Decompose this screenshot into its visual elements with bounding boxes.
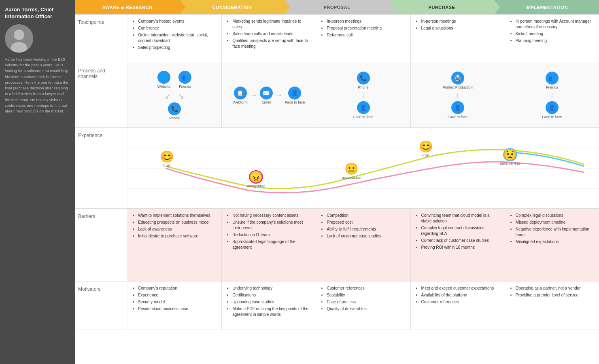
list-item: Want to implement solutions themselves bbox=[138, 213, 217, 218]
emotion-annoyance: 😠 annoyance bbox=[247, 170, 265, 188]
list-item: Current lack of customer case studies bbox=[421, 238, 500, 243]
list-item: Lack of awareness bbox=[138, 226, 217, 232]
emotion-pansiveness: 😟 pansiveness bbox=[500, 148, 520, 165]
list-item: Security model bbox=[138, 299, 217, 305]
channel-face-to-face-c: 👤 Face to face bbox=[285, 87, 305, 104]
touchpoints-cells: Company's hosted events Conference Onlin… bbox=[127, 15, 599, 63]
list-item: Company's hosted events bbox=[138, 19, 217, 24]
list-item: Private cloud business case bbox=[138, 306, 217, 312]
barriers-cells: Want to implement solutions themselves E… bbox=[127, 209, 599, 281]
channel-phone: 📞 Phone bbox=[168, 102, 181, 120]
emotion-trust-aware: 😊 trust bbox=[160, 150, 174, 167]
page: Aaron Torres, Chief Information Officer … bbox=[0, 0, 599, 364]
svg-point-1 bbox=[14, 30, 24, 40]
experience-chart-area: 😊 trust 😠 annoyance 😐 acceptance bbox=[127, 128, 599, 208]
channel-webform: 📋 Webform bbox=[233, 87, 247, 104]
touchpoints-aware: Company's hosted events Conference Onlin… bbox=[127, 15, 222, 63]
emotion-acceptance: 😐 acceptance bbox=[342, 162, 361, 180]
list-item: Reference call bbox=[327, 32, 405, 38]
process-row: Process and channels 🌐 Website 👥 bbox=[75, 63, 599, 128]
list-item: In-person meetings bbox=[421, 19, 500, 24]
channel-email: ✉️ Email bbox=[260, 87, 273, 104]
touchpoints-row: Touchpoints Company's hosted events Conf… bbox=[75, 15, 599, 63]
list-item: Certifications bbox=[232, 292, 311, 298]
process-purchase: 🖨️ Printed Production ↓ 👤 Face to face bbox=[411, 63, 505, 127]
list-item: In-person meetings bbox=[327, 19, 405, 24]
list-item: Lack of customer case studies bbox=[327, 233, 405, 239]
list-item: Reduction in IT team bbox=[232, 232, 311, 238]
emotion-trust-purchase: 😊 trust bbox=[419, 140, 433, 157]
main-content: AWARE & RESEARCH CONSIDERATION PROPOSAL … bbox=[75, 0, 599, 364]
list-item: Quality of deliverables bbox=[327, 306, 405, 312]
barriers-row: Barriers Want to implement solutions the… bbox=[75, 209, 599, 281]
phase-aware: AWARE & RESEARCH bbox=[75, 0, 180, 14]
motivators-label: Motivators bbox=[75, 281, 127, 330]
list-item: Sales team calls and emails leads bbox=[232, 31, 311, 37]
list-item: Ability to fulfill requirements bbox=[327, 226, 405, 232]
list-item: Availability of the platform bbox=[421, 292, 500, 298]
channel-face-to-face-p: 👤 Face to face bbox=[353, 101, 374, 119]
barriers-purchase: Convincing team that cloud model is a vi… bbox=[411, 209, 505, 281]
motivators-cells: Company's reputation Experience Security… bbox=[127, 281, 599, 330]
motivators-consideration: Underlying technology Certifications Upc… bbox=[222, 281, 316, 330]
list-item: Meet and exceed customer expectations bbox=[421, 286, 500, 291]
list-item: Educating prospects on business model bbox=[138, 220, 217, 225]
avatar bbox=[5, 24, 33, 53]
channel-website: 🌐 Website bbox=[157, 71, 170, 89]
process-label: Process and channels bbox=[75, 63, 127, 127]
phases-header: AWARE & RESEARCH CONSIDERATION PROPOSAL … bbox=[75, 0, 599, 15]
list-item: Sales prospecting bbox=[138, 45, 217, 51]
list-item: Complex legal contract discussions regar… bbox=[421, 225, 500, 237]
touchpoints-consideration: Marketing sends legitimate inquiries to … bbox=[222, 15, 316, 63]
list-item: Misaligned expectations bbox=[516, 239, 594, 245]
list-item: Marketing sends legitimate inquiries to … bbox=[232, 19, 311, 30]
list-item: Providing a premier level of service bbox=[516, 292, 594, 298]
sidebar: Aaron Torres, Chief Information Officer … bbox=[0, 0, 75, 364]
list-item: Experience bbox=[138, 292, 217, 298]
persona-bio: Aaron has been working in the B2B indust… bbox=[5, 57, 70, 114]
list-item: Negative experience with implementation … bbox=[516, 226, 594, 238]
experience-label: Experience bbox=[75, 128, 127, 208]
list-item: Not having necessary content assets bbox=[232, 213, 311, 218]
phase-consideration: CONSIDERATION bbox=[180, 0, 285, 14]
list-item: Complex legal discussions bbox=[516, 213, 594, 218]
touchpoints-label: Touchpoints bbox=[75, 15, 127, 63]
persona-name: Aaron Torres, Chief Information Officer bbox=[5, 6, 70, 20]
channel-friends-i: 👥 Friends bbox=[546, 72, 559, 89]
motivators-purchase: Meet and exceed customer expectations Av… bbox=[411, 281, 505, 330]
channel-phone-p: 📞 Phone bbox=[357, 72, 370, 89]
experience-row: Experience bbox=[75, 128, 599, 209]
list-item: Scalability bbox=[327, 292, 405, 298]
journey-grid: Touchpoints Company's hosted events Conf… bbox=[75, 15, 599, 364]
barriers-implementation: Complex legal discussions Missed deploym… bbox=[505, 209, 599, 281]
list-item: Operating as a partner, not a vendor bbox=[516, 286, 594, 291]
process-consideration: 📋 Webform → ✉️ Email → 👤 Face bbox=[222, 63, 316, 127]
list-item: Customer references bbox=[327, 286, 405, 291]
process-proposal: 📞 Phone ↓ 👤 Face to face bbox=[316, 63, 410, 127]
phase-purchase: PURCHASE bbox=[389, 0, 494, 14]
list-item: Proposal presentation meeting bbox=[327, 25, 405, 31]
list-item: Kickoff meeting bbox=[516, 31, 594, 37]
list-item: Upcoming case studies bbox=[232, 299, 311, 305]
motivators-row: Motivators Company's reputation Experien… bbox=[75, 281, 599, 330]
list-item: Conference bbox=[138, 25, 217, 31]
touchpoints-purchase: In-person meetings Legal discussions bbox=[411, 15, 505, 63]
motivators-proposal: Customer references Scalability Ease of … bbox=[316, 281, 410, 330]
touchpoints-proposal: In-person meetings Proposal presentation… bbox=[316, 15, 410, 63]
list-item: Legal discussions bbox=[421, 25, 500, 31]
list-item: Sophisticated legal language of the agre… bbox=[232, 239, 311, 250]
channel-face-to-face-pu: 👤 Face to face bbox=[448, 101, 468, 119]
list-item: Qualified prospects are set up with face… bbox=[232, 38, 311, 49]
channel-printed: 🖨️ Printed Production bbox=[443, 72, 473, 89]
channel-friends: 👥 Friends bbox=[178, 71, 191, 89]
list-item: Competition bbox=[327, 213, 405, 218]
phase-proposal: PROPOSAL bbox=[285, 0, 389, 14]
list-item: Proving ROI within 18 months bbox=[421, 245, 500, 250]
list-item: Proposed cost bbox=[327, 220, 405, 225]
list-item: Underlying technology bbox=[232, 286, 311, 291]
touchpoints-implementation: In person meetings with Account manager … bbox=[505, 15, 599, 63]
barriers-aware: Want to implement solutions themselves E… bbox=[127, 209, 222, 281]
list-item: Convincing team that cloud model is a vi… bbox=[421, 213, 500, 224]
barriers-label: Barriers bbox=[75, 209, 127, 281]
list-item: Initial desire to purchase software bbox=[138, 233, 217, 239]
